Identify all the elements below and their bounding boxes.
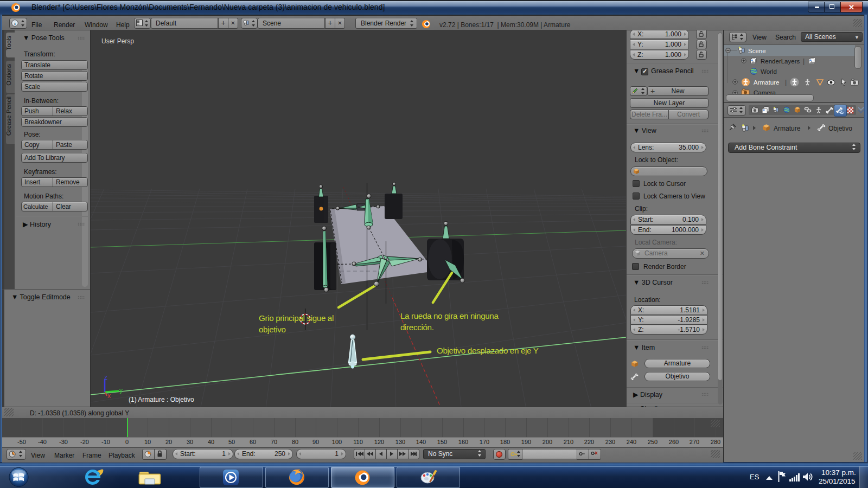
- svg-text:z: z: [104, 374, 107, 381]
- svg-text:y: y: [119, 387, 123, 394]
- svg-text:La rueda no gira en ninguna: La rueda no gira en ninguna: [400, 311, 499, 320]
- svg-text:dirección.: dirección.: [400, 323, 434, 332]
- svg-text:User Persp: User Persp: [101, 37, 134, 45]
- svg-text:(1) Armature : Objetivo: (1) Armature : Objetivo: [129, 396, 194, 403]
- svg-text:x: x: [107, 392, 111, 400]
- svg-text:Grio principal sigue al: Grio principal sigue al: [259, 313, 334, 323]
- svg-text:objetivo: objetivo: [259, 325, 286, 334]
- svg-text:Objetivo desplazado en eje Y: Objetivo desplazado en eje Y: [437, 346, 539, 355]
